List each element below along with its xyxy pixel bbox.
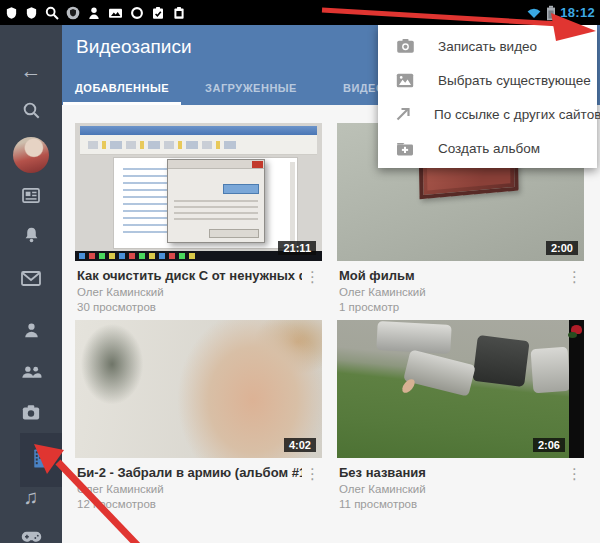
- duration-badge: 2:00: [546, 241, 578, 255]
- clock: 18:12: [560, 5, 595, 20]
- android-status-bar: 18:12: [0, 0, 600, 25]
- video-grid: 21:11 Как очистить диск С от ненужных фа…: [62, 105, 600, 543]
- sidebar-item-friends[interactable]: [0, 357, 62, 391]
- camera-icon: [395, 38, 415, 54]
- sidebar-item-profile-avatar[interactable]: [0, 135, 62, 175]
- menu-item-record-video[interactable]: Записать видео: [378, 29, 597, 63]
- video-author: Олег Каминский: [339, 286, 564, 298]
- thumb-ribbon: [80, 135, 317, 155]
- video-author: Олег Каминский: [339, 483, 564, 495]
- clipboard-check-icon: [151, 6, 165, 20]
- menu-item-label: Выбрать существующее: [438, 73, 591, 88]
- notification-icons: [5, 6, 526, 20]
- vk-android-app-screen: 18:12 ←: [0, 0, 600, 543]
- bell-icon: [22, 226, 41, 249]
- circle-icon: [130, 6, 144, 20]
- film-strip-icon: [32, 448, 51, 473]
- menu-item-link-from-other-sites[interactable]: По ссылке с других сайтов: [378, 97, 597, 131]
- thumb-car: [473, 335, 530, 387]
- video-options-icon[interactable]: ⋮: [305, 466, 320, 481]
- duration-badge: 2:06: [533, 438, 565, 452]
- sidebar-item-messages[interactable]: [0, 263, 62, 297]
- left-navigation-sidebar: ← ♫: [0, 25, 62, 543]
- rose-logo: [571, 325, 582, 334]
- add-video-dropdown-menu: Записать видео Выбрать существующее По с…: [378, 25, 597, 168]
- back-arrow-icon: ←: [21, 60, 42, 81]
- sidebar-item-music[interactable]: ♫: [0, 480, 62, 514]
- tab-uploaded[interactable]: ЗАГРУЖЕННЫЕ: [193, 75, 309, 105]
- video-views: 1 просмотр: [339, 301, 564, 313]
- thumb-car: [403, 350, 475, 397]
- video-views: 12 просмотров: [77, 498, 302, 510]
- video-author: Олег Каминский: [77, 483, 302, 495]
- clipboard-icon: [172, 6, 186, 20]
- video-card[interactable]: 4:02 Би-2 - Забрали в армию (альбом #16п…: [75, 320, 322, 510]
- person-icon: [87, 6, 101, 20]
- envelope-icon: [21, 271, 41, 290]
- video-title: Мой фильм: [339, 268, 564, 283]
- menu-item-label: По ссылке с других сайтов: [434, 107, 600, 122]
- search-icon: [22, 101, 41, 124]
- video-views: 11 просмотров: [339, 498, 564, 510]
- menu-item-label: Записать видео: [438, 39, 537, 54]
- newsfeed-icon: [21, 186, 41, 209]
- thumb-dialog: [167, 159, 265, 243]
- video-options-icon[interactable]: ⋮: [567, 269, 582, 284]
- sidebar-item-notifications[interactable]: [0, 220, 62, 254]
- thumb-window-titlebar: [80, 126, 317, 135]
- thumb-car: [376, 321, 452, 354]
- sidebar-item-search[interactable]: [0, 95, 62, 129]
- video-card[interactable]: 2:06 Без названия Олег Каминский 11 прос…: [337, 320, 584, 510]
- video-views: 30 просмотров: [77, 301, 302, 313]
- tab-added[interactable]: ДОБАВЛЕННЫЕ: [63, 75, 181, 105]
- camera-icon: [21, 404, 41, 425]
- wifi-icon: [526, 6, 542, 19]
- shield-badge-icon: [66, 6, 80, 20]
- video-card[interactable]: 21:11 Как очистить диск С от ненужных фа…: [75, 123, 322, 313]
- video-title: Как очистить диск С от ненужных файлов: [77, 268, 302, 283]
- video-title: Би-2 - Забрали в армию (альбом #16плюс): [77, 465, 302, 480]
- shield-icon: [5, 6, 18, 20]
- video-thumbnail[interactable]: 21:11: [75, 123, 322, 261]
- menu-item-choose-existing[interactable]: Выбрать существующее: [378, 63, 597, 97]
- sidebar-item-photos[interactable]: [0, 397, 62, 431]
- sidebar-item-games[interactable]: [0, 522, 62, 543]
- music-note-icon: ♫: [24, 487, 39, 507]
- video-options-icon[interactable]: ⋮: [305, 269, 320, 284]
- sidebar-item-profile[interactable]: [0, 315, 62, 349]
- album-add-icon: [395, 141, 415, 156]
- battery-icon: [546, 5, 556, 21]
- sidebar-item-news[interactable]: [0, 180, 62, 214]
- shield-icon: [25, 6, 38, 20]
- video-thumbnail[interactable]: 4:02: [75, 320, 322, 458]
- video-title: Без названия: [339, 465, 564, 480]
- gamepad-icon: [21, 530, 42, 543]
- back-button[interactable]: ←: [0, 53, 62, 87]
- thumb-car: [531, 346, 571, 393]
- gallery-icon: [395, 73, 415, 88]
- video-author: Олег Каминский: [77, 286, 302, 298]
- person-icon: [22, 321, 41, 344]
- photo-icon: [108, 6, 123, 20]
- avatar: [13, 137, 49, 173]
- thumb-watermark-strip: [569, 320, 584, 458]
- thumb-person: [400, 377, 417, 395]
- duration-badge: 4:02: [284, 438, 316, 452]
- duration-badge: 21:11: [278, 241, 316, 255]
- menu-item-create-album[interactable]: Создать альбом: [378, 131, 597, 165]
- sidebar-item-videos[interactable]: [20, 433, 62, 487]
- video-options-icon[interactable]: ⋮: [567, 466, 582, 481]
- people-icon: [21, 364, 42, 384]
- video-thumbnail[interactable]: 2:06: [337, 320, 584, 458]
- external-link-icon: [395, 106, 411, 122]
- menu-item-label: Создать альбом: [438, 141, 540, 156]
- search-icon: [45, 6, 59, 20]
